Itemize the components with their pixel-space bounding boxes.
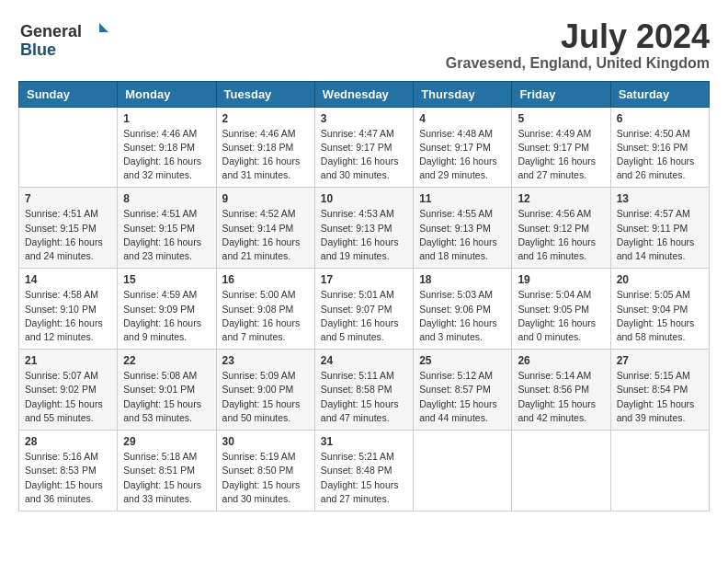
day-number: 16 xyxy=(222,273,309,286)
day-number: 5 xyxy=(518,112,604,125)
day-info: Sunrise: 4:48 AM Sunset: 9:17 PM Dayligh… xyxy=(419,127,506,183)
weekday-header-sunday: Sunday xyxy=(19,81,118,107)
day-info: Sunrise: 5:19 AM Sunset: 8:50 PM Dayligh… xyxy=(222,450,309,506)
day-info: Sunrise: 5:11 AM Sunset: 8:58 PM Dayligh… xyxy=(321,369,407,425)
calendar-cell: 12Sunrise: 4:56 AM Sunset: 9:12 PM Dayli… xyxy=(512,188,610,269)
calendar-cell: 7Sunrise: 4:51 AM Sunset: 9:15 PM Daylig… xyxy=(19,188,118,269)
location-title: Gravesend, England, United Kingdom xyxy=(446,55,710,72)
calendar-cell: 2Sunrise: 4:46 AM Sunset: 9:18 PM Daylig… xyxy=(216,107,314,188)
calendar-cell: 26Sunrise: 5:14 AM Sunset: 8:56 PM Dayli… xyxy=(512,350,610,431)
day-number: 7 xyxy=(25,192,111,205)
calendar-week-3: 14Sunrise: 4:58 AM Sunset: 9:10 PM Dayli… xyxy=(19,269,710,350)
day-info: Sunrise: 4:50 AM Sunset: 9:16 PM Dayligh… xyxy=(617,127,703,183)
day-info: Sunrise: 5:05 AM Sunset: 9:04 PM Dayligh… xyxy=(617,288,703,344)
logo: General Blue xyxy=(18,18,119,60)
day-number: 12 xyxy=(518,192,604,205)
day-number: 15 xyxy=(123,273,210,286)
day-number: 31 xyxy=(321,435,407,448)
day-info: Sunrise: 4:46 AM Sunset: 9:18 PM Dayligh… xyxy=(123,127,210,183)
calendar-table: SundayMondayTuesdayWednesdayThursdayFrid… xyxy=(18,81,710,511)
day-info: Sunrise: 5:09 AM Sunset: 9:00 PM Dayligh… xyxy=(222,369,309,425)
day-number: 11 xyxy=(419,192,506,205)
calendar-cell xyxy=(610,431,709,511)
day-number: 9 xyxy=(222,192,309,205)
day-number: 23 xyxy=(222,354,309,367)
calendar-cell: 10Sunrise: 4:53 AM Sunset: 9:13 PM Dayli… xyxy=(314,188,413,269)
calendar-cell: 30Sunrise: 5:19 AM Sunset: 8:50 PM Dayli… xyxy=(216,431,314,511)
day-info: Sunrise: 5:15 AM Sunset: 8:54 PM Dayligh… xyxy=(617,369,703,425)
day-number: 26 xyxy=(518,354,604,367)
calendar-cell: 23Sunrise: 5:09 AM Sunset: 9:00 PM Dayli… xyxy=(216,350,314,431)
calendar-cell: 6Sunrise: 4:50 AM Sunset: 9:16 PM Daylig… xyxy=(610,107,709,188)
weekday-header-saturday: Saturday xyxy=(610,81,709,107)
weekday-header-wednesday: Wednesday xyxy=(314,81,413,107)
day-number: 25 xyxy=(419,354,506,367)
day-number: 27 xyxy=(617,354,703,367)
calendar-week-2: 7Sunrise: 4:51 AM Sunset: 9:15 PM Daylig… xyxy=(19,188,710,269)
day-number: 19 xyxy=(518,273,604,286)
day-number: 17 xyxy=(321,273,407,286)
day-number: 20 xyxy=(617,273,703,286)
day-info: Sunrise: 5:07 AM Sunset: 9:02 PM Dayligh… xyxy=(25,369,111,425)
day-info: Sunrise: 5:03 AM Sunset: 9:06 PM Dayligh… xyxy=(419,288,506,344)
day-number: 14 xyxy=(25,273,111,286)
day-number: 4 xyxy=(419,112,506,125)
calendar-cell: 3Sunrise: 4:47 AM Sunset: 9:17 PM Daylig… xyxy=(314,107,413,188)
calendar-cell: 28Sunrise: 5:16 AM Sunset: 8:53 PM Dayli… xyxy=(19,431,118,511)
day-info: Sunrise: 4:52 AM Sunset: 9:14 PM Dayligh… xyxy=(222,207,309,263)
day-info: Sunrise: 4:46 AM Sunset: 9:18 PM Dayligh… xyxy=(222,127,309,183)
day-number: 22 xyxy=(123,354,210,367)
svg-text:General: General xyxy=(20,22,82,40)
weekday-header-friday: Friday xyxy=(512,81,610,107)
calendar-cell: 22Sunrise: 5:08 AM Sunset: 9:01 PM Dayli… xyxy=(118,350,216,431)
svg-marker-1 xyxy=(99,23,108,32)
day-info: Sunrise: 5:00 AM Sunset: 9:08 PM Dayligh… xyxy=(222,288,309,344)
day-info: Sunrise: 4:49 AM Sunset: 9:17 PM Dayligh… xyxy=(518,127,604,183)
day-number: 30 xyxy=(222,435,309,448)
calendar-cell: 21Sunrise: 5:07 AM Sunset: 9:02 PM Dayli… xyxy=(19,350,118,431)
day-info: Sunrise: 5:18 AM Sunset: 8:51 PM Dayligh… xyxy=(123,450,210,506)
day-info: Sunrise: 5:04 AM Sunset: 9:05 PM Dayligh… xyxy=(518,288,604,344)
calendar-week-5: 28Sunrise: 5:16 AM Sunset: 8:53 PM Dayli… xyxy=(19,431,710,511)
calendar-cell: 1Sunrise: 4:46 AM Sunset: 9:18 PM Daylig… xyxy=(118,107,216,188)
calendar-week-4: 21Sunrise: 5:07 AM Sunset: 9:02 PM Dayli… xyxy=(19,350,710,431)
calendar-cell: 27Sunrise: 5:15 AM Sunset: 8:54 PM Dayli… xyxy=(610,350,709,431)
day-info: Sunrise: 4:57 AM Sunset: 9:11 PM Dayligh… xyxy=(617,207,703,263)
day-number: 6 xyxy=(617,112,703,125)
calendar-cell xyxy=(414,431,512,511)
svg-text:Blue: Blue xyxy=(20,40,56,59)
calendar-cell: 15Sunrise: 4:59 AM Sunset: 9:09 PM Dayli… xyxy=(118,269,216,350)
calendar-cell: 14Sunrise: 4:58 AM Sunset: 9:10 PM Dayli… xyxy=(19,269,118,350)
day-info: Sunrise: 4:47 AM Sunset: 9:17 PM Dayligh… xyxy=(321,127,407,183)
day-info: Sunrise: 5:01 AM Sunset: 9:07 PM Dayligh… xyxy=(321,288,407,344)
calendar-cell: 16Sunrise: 5:00 AM Sunset: 9:08 PM Dayli… xyxy=(216,269,314,350)
weekday-header-tuesday: Tuesday xyxy=(216,81,314,107)
calendar-cell: 11Sunrise: 4:55 AM Sunset: 9:13 PM Dayli… xyxy=(414,188,512,269)
day-info: Sunrise: 5:14 AM Sunset: 8:56 PM Dayligh… xyxy=(518,369,604,425)
calendar-cell: 5Sunrise: 4:49 AM Sunset: 9:17 PM Daylig… xyxy=(512,107,610,188)
calendar-cell: 31Sunrise: 5:21 AM Sunset: 8:48 PM Dayli… xyxy=(314,431,413,511)
day-number: 21 xyxy=(25,354,111,367)
day-number: 2 xyxy=(222,112,309,125)
weekday-header-monday: Monday xyxy=(118,81,216,107)
calendar-cell: 4Sunrise: 4:48 AM Sunset: 9:17 PM Daylig… xyxy=(414,107,512,188)
day-info: Sunrise: 4:58 AM Sunset: 9:10 PM Dayligh… xyxy=(25,288,111,344)
calendar-cell xyxy=(19,107,118,188)
day-info: Sunrise: 4:59 AM Sunset: 9:09 PM Dayligh… xyxy=(123,288,210,344)
calendar-cell: 17Sunrise: 5:01 AM Sunset: 9:07 PM Dayli… xyxy=(314,269,413,350)
day-number: 10 xyxy=(321,192,407,205)
calendar-cell xyxy=(512,431,610,511)
day-number: 24 xyxy=(321,354,407,367)
page-header: General Blue July 2024 Gravesend, Englan… xyxy=(18,18,710,72)
title-area: July 2024 Gravesend, England, United Kin… xyxy=(446,18,710,72)
calendar-cell: 25Sunrise: 5:12 AM Sunset: 8:57 PM Dayli… xyxy=(414,350,512,431)
calendar-cell: 8Sunrise: 4:51 AM Sunset: 9:15 PM Daylig… xyxy=(118,188,216,269)
day-number: 13 xyxy=(617,192,703,205)
day-info: Sunrise: 5:16 AM Sunset: 8:53 PM Dayligh… xyxy=(25,450,111,506)
day-info: Sunrise: 5:08 AM Sunset: 9:01 PM Dayligh… xyxy=(123,369,210,425)
day-info: Sunrise: 5:21 AM Sunset: 8:48 PM Dayligh… xyxy=(321,450,407,506)
calendar-cell: 20Sunrise: 5:05 AM Sunset: 9:04 PM Dayli… xyxy=(610,269,709,350)
day-number: 8 xyxy=(123,192,210,205)
calendar-cell: 18Sunrise: 5:03 AM Sunset: 9:06 PM Dayli… xyxy=(414,269,512,350)
calendar-cell: 19Sunrise: 5:04 AM Sunset: 9:05 PM Dayli… xyxy=(512,269,610,350)
